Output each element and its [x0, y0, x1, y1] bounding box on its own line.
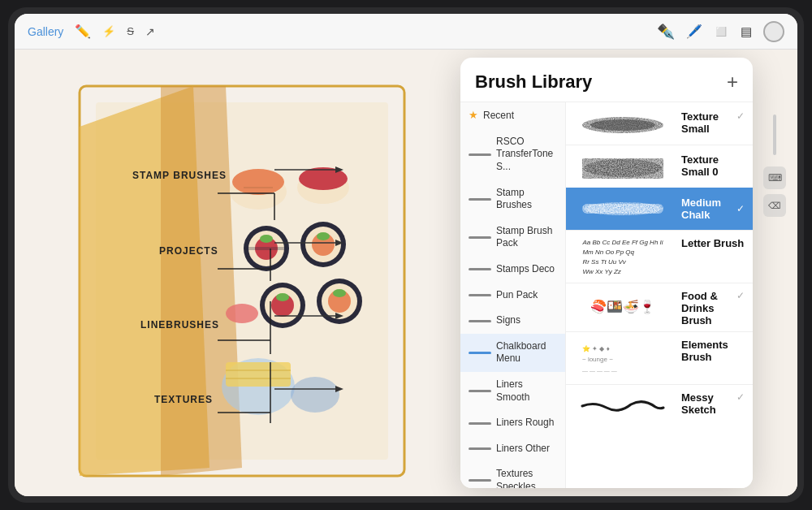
medium-chalk-stroke — [578, 197, 667, 220]
cat-signs-label: Signs — [496, 314, 557, 327]
messy-sketch-stroke — [578, 396, 667, 417]
brush-check-medium-chalk: ✓ — [736, 203, 745, 214]
main-area: STAMP BRUSHES PROJECTS LINEBRUSHES TEXTU… — [15, 50, 797, 496]
cat-line-icon-blue — [469, 352, 491, 354]
brush-name-messy-sketch: Messy Sketch — [681, 391, 736, 416]
brush-name-elements-brush: Elements Brush — [681, 339, 745, 363]
cat-recent-label: Recent — [483, 110, 557, 123]
svg-point-51 — [584, 159, 662, 177]
cat-liners-other-label: Liners Other — [496, 443, 557, 456]
svg-text:⭐ ✦ ◆ ♦: ⭐ ✦ ◆ ♦ — [582, 344, 610, 352]
brush-name-texture-small-0: Texture Small 0 — [681, 153, 745, 178]
svg-marker-41 — [335, 166, 343, 173]
svg-point-13 — [260, 235, 273, 243]
cat-stamps-deco-label: Stamps Deco — [496, 263, 557, 276]
annotation-stamp-brushes: STAMP BRUSHES — [132, 170, 227, 181]
cat-signs[interactable]: Signs — [460, 308, 565, 334]
cat-stamp-brushes[interactable]: Stamp Brushes — [460, 180, 565, 218]
cat-liners-smooth[interactable]: Liners Smooth — [460, 372, 565, 410]
cat-line-icon-9 — [469, 447, 491, 450]
texture-small-0-stroke — [578, 154, 667, 183]
cat-textures-speckles[interactable]: Textures Speckles — [460, 461, 565, 488]
brush-item-letter-brush[interactable]: Aa Bb Cc Dd Ee Ff Gg Hh Ii Mm Nn Oo Pp Q… — [566, 230, 753, 283]
brush-library-panel: Brush Library + ★ Recent RSCO TransferTo… — [460, 58, 753, 488]
elements-stroke: ⭐ ✦ ◆ ♦ ~ lounge ~ — — — — — — [578, 339, 667, 379]
adjust-tool-icon[interactable]: ⚡ — [102, 25, 115, 37]
cat-stamp-brushes-label: Stamp Brushes — [496, 187, 557, 212]
gallery-button[interactable]: Gallery — [28, 25, 63, 38]
toolbar-left: Gallery ✏️ ⚡ S ↗ — [28, 24, 647, 39]
cat-textures-speckles-label: Textures Speckles — [496, 468, 557, 488]
strikethrough-tool-icon[interactable]: S — [127, 25, 134, 37]
brush-check-messy-sketch: ✓ — [736, 391, 745, 403]
layers-tool-icon[interactable]: ▤ — [741, 24, 752, 39]
cat-liners-rough-label: Liners Rough — [496, 417, 557, 430]
texture-small-stroke — [578, 113, 667, 137]
panel-body: ★ Recent RSCO TransferTone S... Stamp Br… — [460, 102, 753, 488]
cat-stamps-deco[interactable]: Stamps Deco — [460, 257, 565, 283]
right-controls: ⌨ ⌫ — [763, 115, 786, 217]
star-icon: ★ — [469, 109, 478, 123]
panel-add-button[interactable]: + — [727, 71, 738, 93]
cat-stamp-brush-pack-label: Stamp Brush Pack — [496, 225, 557, 250]
annotation-linebrushes: LINEBRUSHES — [140, 319, 219, 331]
brush-name-food-drinks: Food & Drinks Brush — [681, 290, 736, 326]
brush-item-texture-small[interactable]: Texture Small ✓ — [566, 102, 753, 145]
backspace-button[interactable]: ⌫ — [763, 194, 786, 217]
brush-name-letter-brush: Letter Brush — [681, 237, 745, 249]
ipad-frame: Gallery ✏️ ⚡ S ↗ ✒️ 🖊️ ◻️ ▤ — [8, 7, 804, 503]
brush-preview-letter-brush: Aa Bb Cc Dd Ee Ff Gg Hh Ii Mm Nn Oo Pp Q… — [574, 237, 672, 278]
brush-item-messy-sketch[interactable]: Messy Sketch ✓ — [566, 384, 753, 426]
svg-point-26 — [226, 304, 258, 323]
svg-point-53 — [584, 202, 662, 215]
cat-pun-pack-label: Pun Pack — [496, 289, 557, 302]
cat-chalkboard-label: Chalkboard Menu — [496, 340, 557, 365]
modify-tool-icon[interactable]: ✏️ — [75, 24, 91, 39]
brush-check-food-drinks: ✓ — [736, 290, 745, 301]
annotation-textures: TEXTURES — [154, 394, 213, 405]
brush-preview-messy-sketch — [574, 391, 672, 421]
svg-text:— — — — —: — — — — — — [582, 368, 617, 374]
cat-pun-pack[interactable]: Pun Pack — [460, 283, 565, 309]
cat-line-icon-10 — [469, 479, 491, 482]
brush-preview-elements-brush: ⭐ ✦ ◆ ♦ ~ lounge ~ — — — — — — [574, 339, 672, 379]
cat-stamp-brush-pack[interactable]: Stamp Brush Pack — [460, 218, 565, 257]
eraser-tool-icon[interactable]: ◻️ — [714, 24, 729, 39]
panel-title: Brush Library — [475, 71, 592, 93]
cat-chalkboard[interactable]: Chalkboard Menu — [460, 334, 565, 372]
keyboard-button[interactable]: ⌨ — [763, 166, 786, 189]
svg-point-49 — [590, 119, 655, 131]
brush-preview-food-drinks: 🍣🍱🍜🍷 — [574, 290, 672, 322]
smudge-tool-icon[interactable]: 🖊️ — [686, 24, 702, 39]
svg-marker-43 — [335, 240, 343, 246]
brush-list: Texture Small ✓ — [566, 102, 753, 488]
annotation-projects: PROJECTS — [159, 245, 218, 257]
cat-line-icon-3 — [469, 236, 491, 239]
brush-item-elements-brush[interactable]: ⭐ ✦ ◆ ♦ ~ lounge ~ — — — — — Elements Br… — [566, 331, 753, 384]
cat-liners-rough[interactable]: Liners Rough — [460, 410, 565, 436]
arrows-to-panel — [274, 131, 437, 496]
scroll-bar — [773, 115, 776, 155]
brush-preview-medium-chalk — [574, 194, 672, 223]
panel-header: Brush Library + — [460, 58, 753, 102]
backspace-icon: ⌫ — [768, 201, 781, 211]
arrow-tool-icon[interactable]: ↗ — [145, 25, 155, 38]
cat-rsco[interactable]: RSCO TransferTone S... — [460, 129, 565, 180]
brush-item-medium-chalk[interactable]: Medium Chalk ✓ — [566, 188, 753, 230]
brush-item-texture-small-0[interactable]: Texture Small 0 — [566, 145, 753, 188]
svg-marker-45 — [335, 313, 343, 319]
brush-item-food-drinks[interactable]: 🍣🍱🍜🍷 Food & Drinks Brush ✓ — [566, 283, 753, 331]
brush-check-texture-small: ✓ — [736, 110, 745, 122]
cat-line-icon-5 — [469, 294, 491, 296]
color-swatch[interactable] — [763, 21, 784, 42]
cat-line-icon-4 — [469, 268, 491, 270]
brush-name-texture-small: Texture Small — [681, 110, 736, 135]
cat-recent[interactable]: ★ Recent — [460, 102, 565, 129]
toolbar: Gallery ✏️ ⚡ S ↗ ✒️ 🖊️ ◻️ ▤ — [15, 14, 797, 50]
cat-line-icon-7 — [469, 390, 491, 392]
cat-line-icon — [469, 153, 491, 156]
cat-line-icon-2 — [469, 198, 491, 201]
svg-text:~ lounge ~: ~ lounge ~ — [582, 356, 613, 363]
cat-liners-other[interactable]: Liners Other — [460, 436, 565, 462]
brush-tool-icon[interactable]: ✒️ — [657, 23, 675, 41]
